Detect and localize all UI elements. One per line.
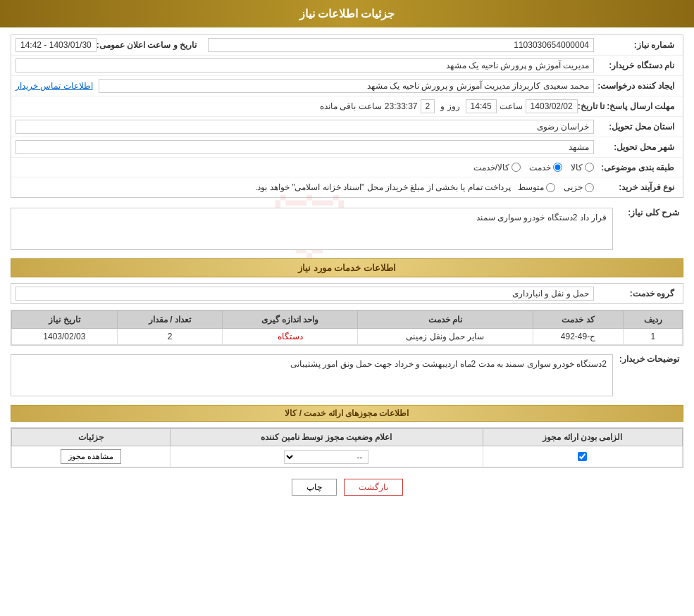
category-label-khedmat: خدمت: [529, 163, 551, 172]
creator-value: محمد سعیدی کاربرداز مدیریت آموزش و پرورش…: [99, 79, 594, 93]
city-label: شهر محل تحویل:: [594, 142, 678, 152]
cell-unit: دستگاه: [223, 329, 358, 345]
col-header-code: کد خدمت: [533, 311, 624, 329]
deadline-label: مهلت ارسال پاسخ: تا تاریخ:: [578, 101, 678, 111]
service-group-row: گروه خدمت: حمل و نقل و انبارداری: [11, 283, 683, 304]
deadline-time-label: ساعت: [500, 101, 523, 111]
buyer-notes-label: توضیحات خریدار:: [613, 351, 683, 364]
main-info-section: شماره نیاز: 1103030654000004 تاریخ و ساع…: [11, 34, 683, 198]
category-radio-kala-khedmat[interactable]: [512, 163, 521, 172]
page-wrapper: جزئیات اطلاعات نیاز شماره نیاز: 11030306…: [0, 0, 694, 616]
service-group-value: حمل و نقل و انبارداری: [16, 287, 594, 301]
countdown-time-value: 23:33:37: [385, 101, 418, 111]
countdown-and: روز و: [440, 101, 459, 111]
cell-permit-status: --: [170, 446, 483, 467]
creator-row: ایجاد کننده درخواست: محمد سعیدی کاربرداز…: [11, 76, 683, 96]
required-checkbox[interactable]: [578, 452, 587, 461]
permits-section-title: اطلاعات مجوزهای ارائه خدمت / کالا: [11, 405, 683, 422]
services-table-container: ردیف کد خدمت نام خدمت واحد اندازه گیری ت…: [11, 310, 683, 346]
col-header-row: ردیف: [624, 311, 683, 329]
cell-code: ح-49-492: [533, 329, 624, 345]
contact-link[interactable]: اطلاعات تماس خریدار: [16, 81, 93, 91]
permits-table: الزامی بودن ارائه مجوز اعلام وضعیت مجوز …: [11, 428, 683, 467]
purchase-label-motavaset: متوسط: [518, 182, 544, 192]
need-number-row: شماره نیاز: 1103030654000004 تاریخ و ساع…: [11, 35, 683, 56]
date-time-label: تاریخ و ساعت اعلان عمومی:: [97, 40, 201, 50]
province-row: استان محل تحویل: خراسان رضوی: [11, 117, 683, 137]
cell-date: 1403/02/03: [12, 329, 118, 345]
purchase-radio-motavaset[interactable]: [546, 183, 555, 192]
col-header-unit: واحد اندازه گیری: [223, 311, 358, 329]
purchase-option-motavaset: متوسط: [518, 182, 555, 192]
action-buttons: بازگشت چاپ: [11, 479, 683, 496]
deadline-date: 1403/02/02: [526, 99, 578, 113]
category-label-kala-khedmat: کالا/خدمت: [473, 163, 509, 172]
category-label-kala: کالا: [571, 163, 583, 172]
page-title: جزئیات اطلاعات نیاز: [299, 8, 395, 20]
city-row: شهر محل تحویل: مشهد: [11, 137, 683, 158]
view-permit-button[interactable]: مشاهده مجوز: [61, 449, 121, 464]
purchase-type-note: پرداخت تمام یا بخشی از مبلغ خریداز محل "…: [16, 182, 511, 192]
buyer-name-row: نام دستگاه خریدار: مدیریت آموزش و پرورش …: [11, 56, 683, 76]
cell-qty: 2: [117, 329, 223, 345]
permits-table-header-row: الزامی بودن ارائه مجوز اعلام وضعیت مجوز …: [12, 429, 683, 446]
col-header-required: الزامی بودن ارائه مجوز: [483, 429, 682, 446]
purchase-label-jozyi: جزیی: [564, 182, 583, 192]
countdown-suffix: ساعت باقی مانده: [320, 101, 382, 111]
col-header-details: جزئیات: [12, 429, 171, 446]
buyer-name-label: نام دستگاه خریدار:: [594, 61, 678, 70]
purchase-type-radio-group: جزیی متوسط: [518, 182, 594, 192]
cell-row: 1: [624, 329, 683, 345]
services-section-title: اطلاعات خدمات مورد نیاز: [11, 258, 683, 277]
general-desc-label: شرح کلی نیاز:: [613, 205, 683, 218]
category-label: طبقه بندی موضوعی:: [594, 163, 678, 172]
category-option-kala: کالا: [571, 163, 594, 172]
services-table-header-row: ردیف کد خدمت نام خدمت واحد اندازه گیری ت…: [12, 311, 683, 329]
countdown-days: 2: [421, 99, 435, 113]
service-group-label: گروه خدمت:: [594, 289, 678, 298]
general-desc-wrapper: 🛡 قرار داد 2دستگاه خودرو سواری سمند: [11, 205, 613, 253]
buyer-name-value: مدیریت آموزش و پرورش ناحیه یک مشهد: [16, 58, 594, 73]
col-header-date: تاریخ نیاز: [12, 311, 118, 329]
col-header-qty: تعداد / مقدار: [117, 311, 223, 329]
main-content: شماره نیاز: 1103030654000004 تاریخ و ساع…: [0, 27, 694, 513]
purchase-type-label: نوع فرآیند خرید:: [594, 182, 678, 192]
permits-table-row: -- مشاهده مجوز: [12, 446, 683, 467]
category-radio-kala[interactable]: [585, 163, 594, 172]
table-row: 1 ح-49-492 سایر حمل ونقل زمینی دستگاه 2 …: [12, 329, 683, 345]
cell-name: سایر حمل ونقل زمینی: [357, 329, 533, 345]
cell-details: مشاهده مجوز: [12, 446, 171, 467]
date-time-value: 1403/01/30 - 14:42: [16, 38, 97, 52]
creator-label: ایجاد کننده درخواست:: [594, 81, 678, 91]
purchase-type-row: نوع فرآیند خرید: جزیی متوسط پرداخت تمام …: [11, 177, 683, 197]
back-button[interactable]: بازگشت: [344, 479, 403, 496]
col-header-permit-status: اعلام وضعیت مجوز توسط نامین کننده: [170, 429, 483, 446]
category-radio-group: کالا خدمت کالا/خدمت: [473, 163, 594, 172]
need-number-label: شماره نیاز:: [594, 40, 678, 50]
cell-required: [483, 446, 682, 467]
permits-table-container: الزامی بودن ارائه مجوز اعلام وضعیت مجوز …: [11, 427, 683, 468]
purchase-radio-jozyi[interactable]: [585, 183, 594, 192]
print-button[interactable]: چاپ: [292, 479, 337, 496]
services-table: ردیف کد خدمت نام خدمت واحد اندازه گیری ت…: [11, 310, 683, 345]
permit-status-select[interactable]: --: [284, 450, 368, 464]
category-row: طبقه بندی موضوعی: کالا خدمت کالا/خدمت: [11, 158, 683, 177]
page-header: جزئیات اطلاعات نیاز: [0, 0, 694, 27]
deadline-time: 14:45: [466, 99, 497, 113]
col-header-name: نام خدمت: [357, 311, 533, 329]
buyer-notes-section: توضیحات خریدار: 2دستگاه خودرو سواری سمند…: [11, 351, 683, 399]
need-number-value: 1103030654000004: [208, 38, 594, 52]
category-option-khedmat: خدمت: [529, 163, 562, 172]
buyer-notes-value: 2دستگاه خودرو سواری سمند به مدت 2ماه ارد…: [11, 354, 613, 396]
deadline-row: مهلت ارسال پاسخ: تا تاریخ: 1403/02/02 سا…: [11, 96, 683, 117]
category-option-kala-khedmat: کالا/خدمت: [473, 163, 521, 172]
city-value: مشهد: [16, 140, 594, 154]
province-label: استان محل تحویل:: [594, 122, 678, 132]
purchase-option-jozyi: جزیی: [564, 182, 594, 192]
province-value: خراسان رضوی: [16, 120, 594, 134]
category-radio-khedmat[interactable]: [553, 163, 562, 172]
general-desc-value: قرار داد 2دستگاه خودرو سواری سمند: [11, 208, 613, 250]
general-desc-section: شرح کلی نیاز: 🛡 قرار داد 2دستگاه خودرو س…: [11, 205, 683, 253]
